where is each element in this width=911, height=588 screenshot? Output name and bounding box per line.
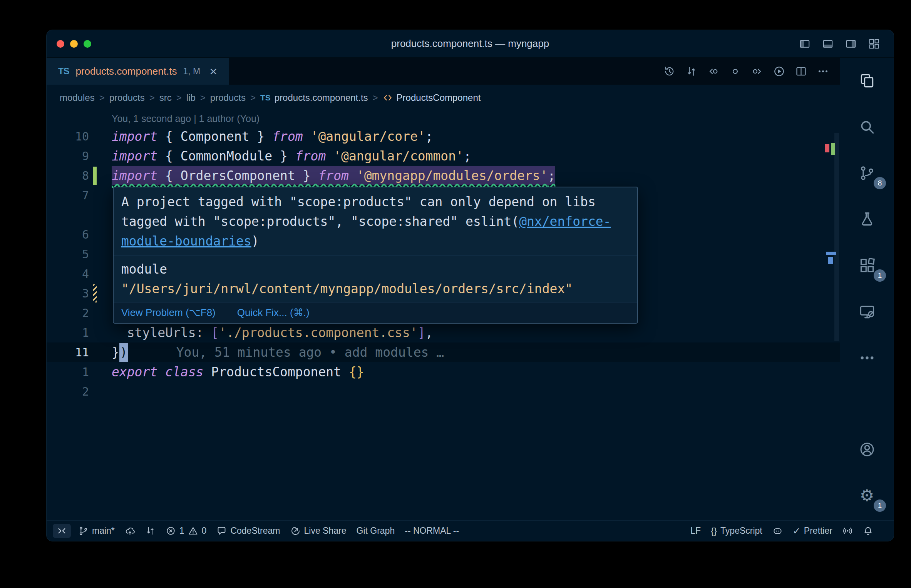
activity-item-settings[interactable]: ⚙ 1 [840, 473, 894, 519]
live-share-button[interactable]: Live Share [285, 526, 352, 536]
code-line[interactable]: 1 styleUrls: ['./products.component.css'… [47, 323, 840, 342]
line-number: 11 [75, 342, 89, 362]
code-line[interactable]: 8import { OrdersComponent } from '@mynga… [47, 166, 840, 185]
line-number: 2 [82, 303, 89, 323]
titlebar: products.component.ts — myngapp [47, 30, 894, 58]
notifications-button[interactable] [858, 526, 878, 536]
prettier-button[interactable]: ✓ Prettier [788, 526, 837, 536]
codelens-blame[interactable]: You, 1 second ago | 1 author (You) [47, 111, 840, 127]
broadcast-icon [842, 526, 853, 536]
breadcrumb-separator: > [99, 92, 105, 103]
broadcast-button[interactable] [837, 526, 858, 536]
breadcrumb-item-modules[interactable]: modules [60, 92, 95, 103]
codestream-icon [216, 526, 227, 536]
gitlens-compare-button[interactable] [140, 526, 161, 536]
remote-indicator-button[interactable] [53, 524, 71, 538]
code-line[interactable]: 11})You, 51 minutes ago • add modules … [47, 342, 840, 362]
editor[interactable]: You, 1 second ago | 1 author (You) 10imp… [47, 111, 840, 520]
publish-button[interactable] [120, 526, 140, 536]
overview-ruler-error-mark [825, 144, 829, 152]
line-number: 7 [82, 185, 89, 205]
overview-ruler-info-mark [826, 252, 836, 255]
toggle-left-sidebar-icon[interactable] [799, 38, 811, 50]
branch-button[interactable]: main* [73, 526, 120, 536]
check-icon: ✓ [793, 526, 800, 536]
change-marker-icon[interactable] [729, 65, 741, 77]
gutter-added-indicator [93, 167, 97, 185]
activity-item-remote-explorer[interactable] [840, 289, 894, 335]
tab-products-component[interactable]: TS products.component.ts 1, M × [47, 58, 229, 85]
live-share-icon [290, 526, 301, 536]
zoom-button[interactable] [84, 40, 91, 48]
gutter: 2 [47, 382, 112, 401]
line-number: 8 [82, 166, 89, 185]
test-flask-icon [859, 211, 876, 228]
run-file-icon[interactable] [773, 65, 785, 77]
breadcrumb-separator: > [149, 92, 155, 103]
close-button[interactable] [57, 40, 64, 48]
error-count: 1 [179, 526, 184, 536]
typescript-file-icon: TS [58, 66, 69, 77]
source-control-icon [859, 165, 876, 182]
timeline-history-icon[interactable] [663, 65, 675, 77]
vim-mode-indicator[interactable]: -- NORMAL -- [400, 526, 464, 536]
activity-item-testing[interactable] [840, 196, 894, 242]
code-line[interactable]: 1export class ProductsComponent {} [47, 362, 840, 382]
scrollbar[interactable] [834, 133, 839, 341]
code-line[interactable]: 10import { Component } from '@angular/co… [47, 127, 840, 146]
problems-button[interactable]: 1 0 [161, 526, 212, 536]
line-number: 1 [82, 323, 89, 342]
code-text: import { Component } from '@angular/core… [112, 127, 840, 146]
more-actions-icon[interactable] [817, 65, 829, 77]
gutter: 10 [47, 127, 112, 146]
activity-item-search[interactable] [840, 104, 894, 150]
tab-close-icon[interactable]: × [209, 65, 217, 78]
view-problem-button[interactable]: View Problem (⌥F8) [121, 307, 216, 319]
breadcrumb-item-products[interactable]: products [109, 92, 145, 103]
gutter: 1 [47, 323, 112, 342]
previous-change-icon[interactable] [707, 65, 719, 77]
activity-item-source-control[interactable]: 8 [840, 150, 894, 196]
code-line[interactable]: 9import { CommonModule } from '@angular/… [47, 146, 840, 166]
breadcrumb-item-lib[interactable]: lib [186, 92, 196, 103]
line-number: 4 [82, 264, 89, 284]
next-change-icon[interactable] [751, 65, 763, 77]
activity-item-accounts[interactable] [840, 426, 894, 473]
activity-item-explorer[interactable] [840, 58, 894, 104]
error-icon [166, 526, 176, 536]
customize-layout-icon[interactable] [868, 38, 880, 50]
copilot-button[interactable] [767, 526, 788, 536]
toggle-panel-icon[interactable] [822, 38, 834, 50]
activity-item-more[interactable] [840, 335, 894, 381]
eol-indicator[interactable]: LF [685, 526, 706, 536]
breadcrumb-item-symbol[interactable]: ProductsComponent [383, 92, 481, 103]
toggle-right-sidebar-icon[interactable] [845, 38, 857, 50]
bell-icon [863, 526, 873, 536]
gear-icon: ⚙ [860, 488, 874, 504]
settings-badge: 1 [874, 499, 886, 512]
activity-item-extensions[interactable]: 1 [840, 242, 894, 289]
split-editor-icon[interactable] [795, 65, 807, 77]
breadcrumb-item-products2[interactable]: products [210, 92, 246, 103]
breadcrumb-item-file[interactable]: TS products.component.ts [260, 92, 368, 103]
status-bar: main* 1 0 CodeStream Live Share Git Grap… [47, 520, 894, 541]
quick-fix-button[interactable]: Quick Fix... (⌘.) [237, 307, 310, 319]
line-number: 1 [82, 362, 89, 382]
breadcrumb: modules > products > src > lib > product… [47, 85, 840, 111]
typescript-file-icon: TS [260, 93, 271, 102]
breadcrumb-item-src[interactable]: src [159, 92, 172, 103]
activity-bar: 8 1 ⚙ 1 [840, 58, 894, 520]
code-text: import { OrdersComponent } from '@myngap… [112, 166, 840, 185]
hover-module-info: module "/Users/juri/nrwl/content/myngapp… [114, 256, 637, 302]
minimize-button[interactable] [70, 40, 78, 48]
compare-changes-icon[interactable] [685, 65, 697, 77]
language-mode-button[interactable]: {} TypeScript [706, 526, 767, 536]
traffic-lights [57, 30, 91, 57]
cloud-upload-icon [125, 526, 135, 536]
line-number: 2 [82, 382, 89, 401]
code-text: styleUrls: ['./products.component.css'], [112, 323, 840, 342]
remote-icon [57, 526, 67, 536]
git-graph-button[interactable]: Git Graph [352, 526, 400, 536]
code-line[interactable]: 2 [47, 382, 840, 401]
codestream-button[interactable]: CodeStream [211, 526, 285, 536]
